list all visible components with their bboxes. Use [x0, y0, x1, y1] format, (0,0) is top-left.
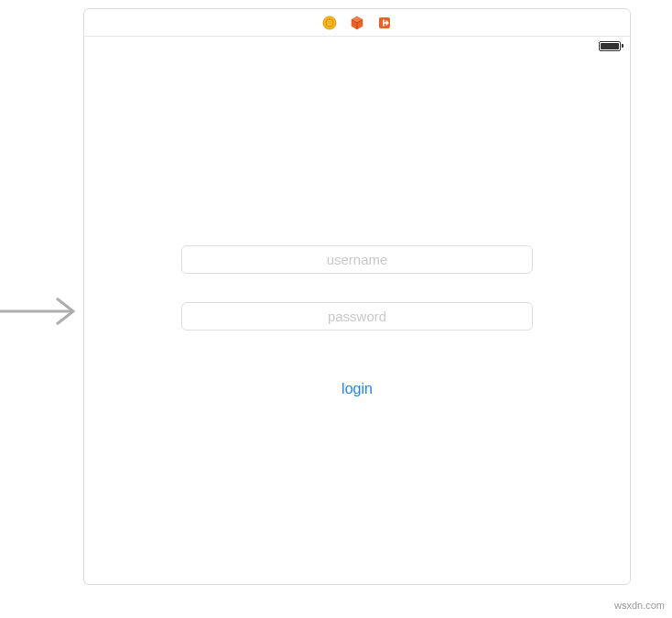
login-form: login — [84, 53, 630, 584]
password-input[interactable] — [181, 302, 533, 331]
status-bar — [84, 37, 630, 53]
username-input[interactable] — [181, 245, 533, 274]
simulator-toolbar — [84, 9, 630, 37]
watermark-text: wsxdn.com — [614, 600, 665, 611]
coin-icon[interactable] — [322, 16, 337, 30]
cube-icon[interactable] — [350, 16, 364, 30]
simulator-window: login — [83, 8, 631, 585]
logout-icon[interactable] — [377, 16, 392, 30]
svg-point-1 — [323, 16, 336, 29]
pointer-arrow — [0, 293, 82, 330]
login-button[interactable]: login — [341, 381, 373, 397]
battery-icon — [599, 41, 621, 51]
